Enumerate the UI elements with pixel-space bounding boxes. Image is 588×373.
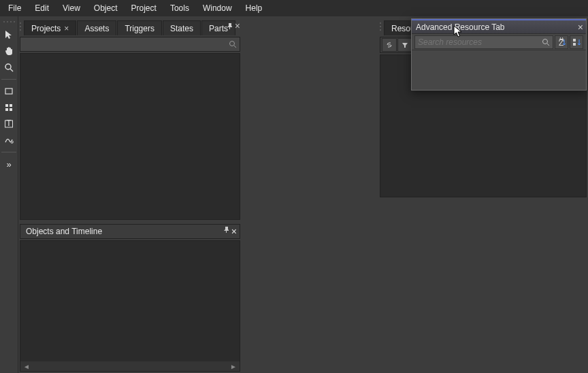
tool-rect[interactable] bbox=[1, 84, 16, 99]
tool-text[interactable]: T bbox=[1, 116, 16, 131]
tab-projects[interactable]: Projects× bbox=[24, 20, 76, 35]
tab-label: Triggers bbox=[125, 24, 154, 33]
svg-text:T: T bbox=[6, 119, 12, 128]
menu-bar: File Edit View Object Project Tools Wind… bbox=[0, 0, 588, 16]
grip-icon bbox=[18, 20, 22, 34]
panel-title: Objects and Timeline bbox=[26, 227, 102, 236]
tab-label: Projects bbox=[31, 24, 61, 33]
pin-icon[interactable] bbox=[222, 226, 229, 233]
sort-type-button[interactable] bbox=[570, 35, 583, 49]
divider bbox=[1, 79, 16, 80]
menu-help[interactable]: Help bbox=[239, 1, 270, 16]
filter-icon bbox=[401, 41, 409, 49]
close-icon[interactable]: × bbox=[235, 20, 240, 31]
close-icon[interactable]: × bbox=[231, 226, 237, 237]
tool-strip: T » bbox=[0, 16, 18, 373]
pin-icon[interactable] bbox=[225, 22, 232, 29]
svg-point-13 bbox=[20, 22, 21, 24]
path-icon bbox=[4, 135, 14, 145]
svg-text:Z: Z bbox=[559, 38, 564, 47]
svg-rect-9 bbox=[5, 108, 8, 111]
svg-point-1 bbox=[7, 21, 8, 22]
text-icon: T bbox=[4, 119, 14, 129]
popup-toolbar: AZ bbox=[412, 34, 586, 50]
menu-view[interactable]: View bbox=[56, 1, 87, 16]
svg-rect-10 bbox=[10, 108, 12, 111]
chevron-right-icon: » bbox=[6, 159, 11, 169]
sort-type-icon bbox=[572, 37, 581, 47]
menu-file[interactable]: File bbox=[1, 1, 28, 16]
menu-project[interactable]: Project bbox=[125, 1, 163, 16]
zoom-icon bbox=[4, 63, 14, 72]
svg-point-4 bbox=[5, 64, 11, 69]
svg-rect-7 bbox=[5, 104, 8, 107]
projects-search[interactable] bbox=[20, 37, 240, 52]
objects-timeline-header: Objects and Timeline × bbox=[20, 224, 240, 239]
svg-point-14 bbox=[20, 26, 21, 27]
tool-pan[interactable] bbox=[1, 44, 16, 59]
sort-az-icon: AZ bbox=[557, 37, 566, 47]
advanced-resource-popup: Advanced Resource Tab × AZ bbox=[411, 18, 587, 91]
hand-icon bbox=[4, 46, 14, 56]
svg-point-0 bbox=[3, 21, 5, 22]
svg-point-3 bbox=[14, 21, 15, 22]
filter-button[interactable] bbox=[397, 38, 412, 52]
popup-title: Advanced Resource Tab bbox=[416, 22, 505, 32]
objects-timeline-body: ◄ ► bbox=[20, 240, 240, 372]
svg-point-16 bbox=[230, 42, 235, 46]
link-icon bbox=[385, 41, 393, 49]
svg-rect-8 bbox=[10, 104, 12, 107]
search-input[interactable] bbox=[418, 37, 539, 47]
popup-body bbox=[412, 50, 586, 90]
grip-icon bbox=[2, 20, 16, 23]
svg-point-19 bbox=[380, 26, 381, 27]
svg-line-5 bbox=[10, 69, 13, 71]
close-icon[interactable]: × bbox=[578, 22, 583, 33]
link-button[interactable] bbox=[382, 38, 397, 52]
tool-expand[interactable]: » bbox=[1, 157, 16, 172]
tab-strip: Projects× Assets Triggers States Parts × bbox=[18, 16, 242, 35]
search-icon bbox=[229, 40, 237, 48]
svg-line-22 bbox=[547, 44, 549, 46]
tab-triggers[interactable]: Triggers bbox=[117, 20, 162, 35]
tool-select[interactable] bbox=[1, 27, 16, 42]
scroll-right-icon[interactable]: ► bbox=[230, 363, 237, 370]
svg-point-20 bbox=[380, 29, 381, 31]
grip-icon bbox=[378, 20, 382, 34]
search-icon bbox=[542, 38, 550, 46]
menu-window[interactable]: Window bbox=[196, 1, 239, 16]
popup-search[interactable] bbox=[414, 35, 553, 49]
svg-line-17 bbox=[234, 46, 236, 48]
svg-point-21 bbox=[543, 39, 548, 44]
arrow-icon bbox=[4, 30, 14, 39]
tool-grid[interactable] bbox=[1, 100, 16, 115]
left-dock: Projects× Assets Triggers States Parts ×… bbox=[18, 16, 242, 373]
rect-icon bbox=[4, 86, 14, 96]
menu-tools[interactable]: Tools bbox=[163, 1, 196, 16]
svg-rect-25 bbox=[573, 39, 576, 42]
menu-edit[interactable]: Edit bbox=[28, 1, 56, 16]
sort-az-button[interactable]: AZ bbox=[555, 35, 568, 49]
menu-object[interactable]: Object bbox=[87, 1, 125, 16]
svg-rect-6 bbox=[5, 88, 12, 94]
close-icon[interactable]: × bbox=[64, 25, 69, 33]
grid-icon bbox=[4, 103, 14, 112]
tool-path[interactable] bbox=[1, 133, 16, 148]
divider bbox=[1, 152, 16, 152]
tab-label: Assets bbox=[84, 24, 109, 33]
timeline-scrollbar[interactable]: ◄ ► bbox=[20, 361, 240, 371]
tab-label: States bbox=[170, 24, 193, 33]
tab-assets[interactable]: Assets bbox=[77, 20, 116, 35]
popup-titlebar[interactable]: Advanced Resource Tab × bbox=[412, 19, 586, 34]
svg-point-2 bbox=[10, 21, 12, 22]
projects-body bbox=[20, 53, 240, 220]
tool-zoom[interactable] bbox=[1, 60, 16, 75]
svg-point-18 bbox=[380, 22, 381, 24]
svg-point-15 bbox=[20, 29, 21, 31]
scroll-left-icon[interactable]: ◄ bbox=[23, 363, 30, 370]
svg-rect-26 bbox=[573, 43, 576, 46]
tab-states[interactable]: States bbox=[163, 20, 201, 35]
